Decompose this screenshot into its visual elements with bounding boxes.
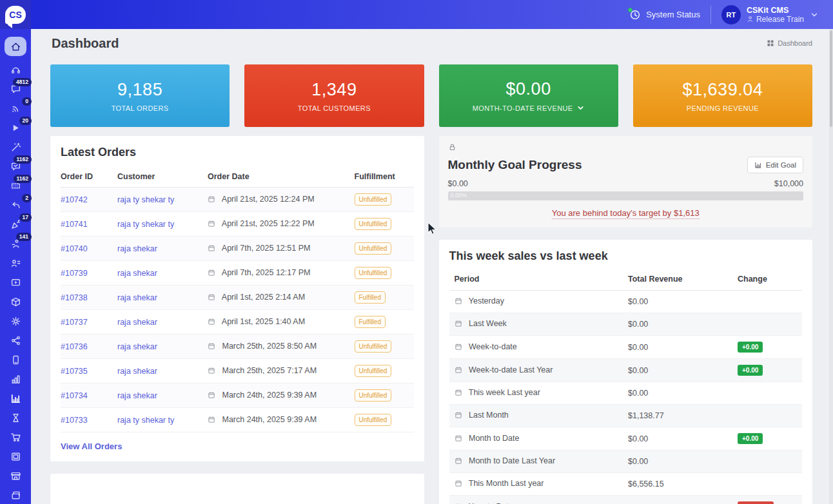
order-row: #10733 raja ty shekar ty March 24th, 202… bbox=[61, 408, 414, 432]
calendar-icon bbox=[455, 434, 462, 444]
top-header: CS System Status RT CSKit CMS bbox=[0, 0, 833, 29]
change-badge: +0.00 bbox=[738, 433, 763, 444]
scrollbar[interactable] bbox=[829, 29, 833, 504]
calendar-icon bbox=[208, 269, 215, 278]
sidebar-item-visitors[interactable]: 141 bbox=[5, 238, 26, 249]
sidebar-item-orders[interactable] bbox=[5, 432, 26, 443]
headset-icon bbox=[10, 64, 21, 75]
fulfillment-badge: Unfulfilled bbox=[355, 267, 392, 279]
chart-icon bbox=[754, 161, 762, 169]
sidebar-item-contacts[interactable] bbox=[5, 258, 26, 269]
badge-count: 17 bbox=[19, 213, 32, 222]
order-id-link[interactable]: #10737 bbox=[61, 318, 88, 327]
customer-link[interactable]: raja shekar bbox=[117, 342, 157, 351]
period-row: Month to Date $0.00 +0.00 bbox=[449, 427, 803, 451]
order-row: #10739 raja shekar April 7th, 2025 12:17… bbox=[61, 261, 414, 286]
sidebar-item-reports[interactable] bbox=[5, 374, 26, 385]
account-menu[interactable]: RT CSKit CMS Release Train bbox=[721, 5, 819, 24]
sidebar-item-broadcasts[interactable]: 0 bbox=[5, 103, 26, 114]
period-row: This week Last year $0.00 bbox=[449, 382, 803, 405]
share-icon bbox=[10, 335, 21, 346]
sidebar-item-history[interactable] bbox=[5, 412, 26, 423]
megaphone-icon bbox=[10, 219, 21, 230]
sidebar-item-analytics-dashboard[interactable] bbox=[5, 393, 26, 404]
sidebar-item-pages[interactable] bbox=[5, 451, 26, 462]
calendar-icon bbox=[455, 480, 462, 489]
stat-card-mtd-revenue[interactable]: $0.00 MONTH-TO-DATE REVENUE bbox=[439, 64, 618, 127]
order-date: April 7th, 2025 12:17 PM bbox=[222, 268, 311, 277]
customer-link[interactable]: raja shekar bbox=[117, 318, 157, 327]
sidebar-item-conversations[interactable]: 1162 bbox=[5, 161, 26, 172]
revenue-value: $1,138.77 bbox=[628, 405, 738, 427]
revenue-value: $4,339.09 bbox=[628, 496, 738, 504]
breadcrumb[interactable]: Dashboard bbox=[767, 39, 812, 47]
order-id-link[interactable]: #10740 bbox=[61, 244, 88, 253]
goal-title: Monthly Goal Progress bbox=[448, 158, 582, 172]
grid-icon bbox=[767, 39, 774, 47]
view-all-orders-link[interactable]: View All Orders bbox=[61, 441, 122, 451]
sidebar-item-promotions[interactable]: 17 bbox=[5, 219, 26, 230]
customer-link[interactable]: raja shekar bbox=[117, 367, 157, 376]
period-label: Month to Date Last Year bbox=[469, 456, 555, 465]
badge-count: 4812 bbox=[13, 78, 32, 86]
sidebar-item-messages[interactable]: 4812 bbox=[5, 84, 26, 95]
scrollbar-thumb[interactable] bbox=[830, 30, 832, 127]
page-header: Dashboard Dashboard bbox=[31, 29, 833, 57]
order-date: April 1st, 2025 2:14 AM bbox=[222, 293, 305, 302]
magic-wand-icon bbox=[10, 142, 21, 153]
customer-link[interactable]: raja ty shekar ty bbox=[117, 220, 174, 229]
edit-goal-button[interactable]: Edit Goal bbox=[747, 157, 803, 173]
order-id-link[interactable]: #10734 bbox=[61, 391, 88, 400]
app-logo[interactable]: CS bbox=[0, 0, 31, 29]
sidebar-item-products[interactable] bbox=[5, 296, 26, 307]
order-id-link[interactable]: #10741 bbox=[61, 220, 88, 229]
order-date: March 25th, 2025 7:17 AM bbox=[222, 366, 317, 375]
revenue-value: $0.00 bbox=[628, 382, 738, 405]
sidebar-item-settings[interactable] bbox=[5, 316, 26, 327]
order-id-link[interactable]: #10739 bbox=[61, 269, 88, 278]
period-row: Last Week $0.00 bbox=[449, 313, 803, 336]
order-row: #10735 raja shekar March 25th, 2025 7:17… bbox=[61, 359, 414, 383]
sidebar-item-media[interactable] bbox=[5, 277, 26, 288]
order-id-link[interactable]: #10736 bbox=[61, 342, 88, 351]
column-header-order-date: Order Date bbox=[208, 167, 355, 188]
goal-warning: You are behind today's target by $1,613 bbox=[448, 208, 804, 218]
sidebar-item-home[interactable] bbox=[5, 37, 26, 56]
order-id-link[interactable]: #10733 bbox=[61, 416, 88, 425]
badge-count: 20 bbox=[19, 117, 32, 125]
sidebar-item-support[interactable] bbox=[5, 64, 26, 75]
sidebar-item-automation[interactable] bbox=[5, 142, 26, 153]
latest-orders-title: Latest Orders bbox=[61, 146, 414, 159]
stat-card-total-customers[interactable]: 1,349 TOTAL CUSTOMERS bbox=[244, 64, 424, 127]
order-id-link[interactable]: #10738 bbox=[61, 293, 88, 302]
system-status-button[interactable]: System Status bbox=[629, 9, 700, 21]
period-label: Month to Date bbox=[469, 434, 520, 443]
customer-link[interactable]: raja shekar bbox=[117, 244, 157, 253]
play-icon bbox=[10, 122, 21, 133]
storefront-icon bbox=[10, 470, 21, 481]
order-id-link[interactable]: #10742 bbox=[61, 195, 88, 204]
sidebar-item-chat-queue[interactable]: 1162 bbox=[5, 180, 26, 191]
customer-link[interactable]: raja ty shekar ty bbox=[117, 195, 174, 204]
sidebar-nav: 4812 0 20 1162 1162 2 17 bbox=[0, 29, 31, 504]
customer-link[interactable]: raja shekar bbox=[117, 293, 157, 302]
sidebar-item-replies[interactable]: 2 bbox=[5, 200, 26, 211]
revenue-value: $0.00 bbox=[628, 427, 738, 451]
sidebar-item-integrations[interactable] bbox=[5, 335, 26, 346]
sidebar-item-storefront[interactable] bbox=[5, 470, 26, 481]
customer-link[interactable]: raja shekar bbox=[117, 391, 157, 400]
order-id-link[interactable]: #10735 bbox=[61, 367, 88, 376]
calendar-icon bbox=[208, 244, 215, 254]
customer-link[interactable]: raja shekar bbox=[117, 269, 157, 278]
stat-card-total-orders[interactable]: 9,185 TOTAL ORDERS bbox=[50, 64, 230, 127]
stat-value: $1,639.04 bbox=[683, 80, 763, 100]
customer-link[interactable]: raja ty shekar ty bbox=[117, 416, 174, 425]
sidebar-item-campaigns[interactable]: 20 bbox=[5, 122, 26, 133]
chevron-down-icon[interactable] bbox=[576, 104, 585, 112]
sidebar-item-mobile[interactable] bbox=[5, 354, 26, 365]
gear-icon bbox=[10, 316, 21, 327]
sidebar-item-billing[interactable] bbox=[5, 490, 26, 501]
order-date: April 21st, 2025 12:24 PM bbox=[222, 195, 315, 204]
stat-card-pending-revenue[interactable]: $1,639.04 PENDING REVENUE bbox=[633, 64, 812, 127]
reply-arrow-icon bbox=[10, 200, 21, 211]
